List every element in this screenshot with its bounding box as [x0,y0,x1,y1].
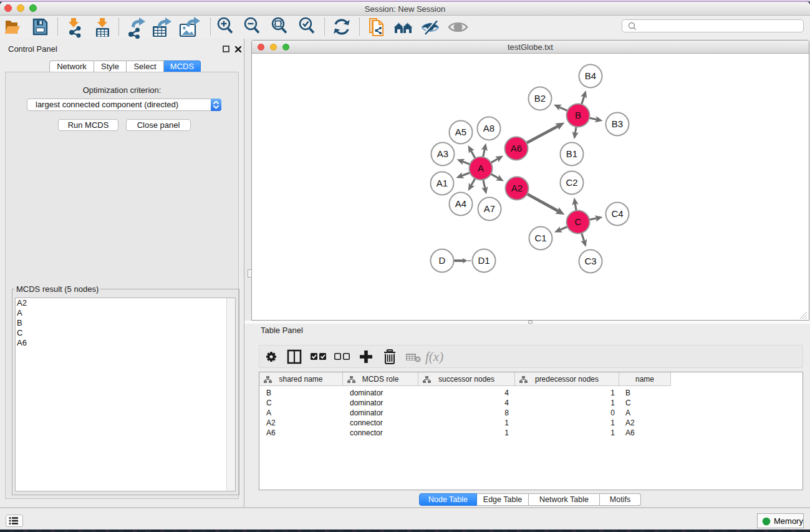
svg-text:f(x): f(x) [425,349,443,364]
svg-text:C: C [575,216,582,227]
svg-text:A7: A7 [484,203,495,214]
svg-text:B2: B2 [534,93,546,104]
svg-text:A1: A1 [436,178,448,188]
svg-text:D1: D1 [478,255,489,266]
svg-text:A5: A5 [455,127,466,137]
svg-text:C4: C4 [611,208,623,219]
svg-text:C2: C2 [566,177,577,188]
svg-text:B: B [575,110,581,120]
svg-text:A3: A3 [437,148,448,159]
svg-text:B1: B1 [566,148,577,159]
svg-text:C3: C3 [584,256,596,266]
svg-text:A2: A2 [511,183,523,193]
svg-text:A4: A4 [455,198,466,209]
svg-text:B4: B4 [585,70,596,81]
svg-text:D: D [439,255,446,266]
svg-text:C1: C1 [534,233,546,243]
svg-text:A: A [478,163,484,173]
svg-text:A8: A8 [483,123,494,133]
svg-text:A6: A6 [511,143,522,153]
svg-text:B3: B3 [612,118,623,129]
